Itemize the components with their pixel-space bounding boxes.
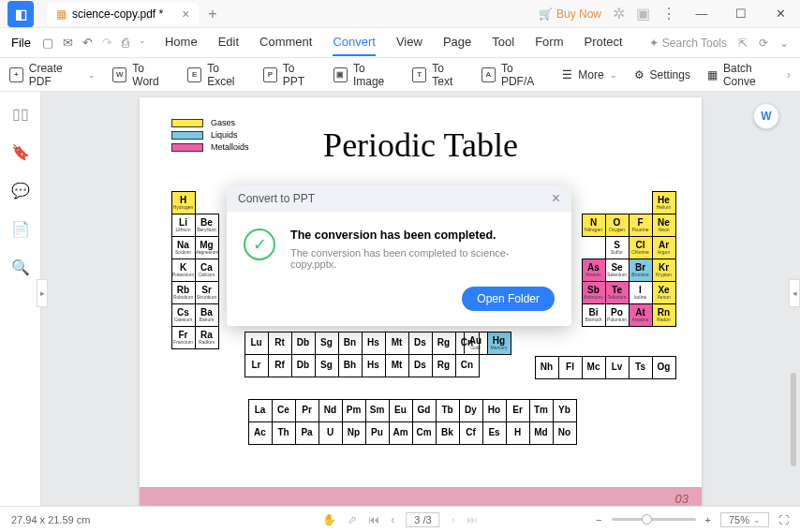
element-cell: Am [389,421,413,445]
redo-icon[interactable]: ↷ [102,36,112,50]
to-pdfa-button[interactable]: ATo PDF/A [481,62,545,88]
next-page-button[interactable]: › [452,513,455,526]
gift-icon[interactable]: ✲ [613,5,625,22]
settings-button[interactable]: ⚙Settings [634,68,690,81]
tab-view[interactable]: View [396,29,422,56]
undo-icon[interactable]: ↶ [82,36,93,50]
new-tab-button[interactable]: + [208,6,216,22]
element-cell: Sm [365,399,390,422]
element-cell: HgMercury [487,332,511,355]
zoom-out-button[interactable]: − [596,514,601,525]
dialog-title: Convert to PPT [238,192,315,205]
titlebar: ◧ ▦ science-copy.pdf * × + 🛒 Buy Now ✲ ▣… [0,0,800,28]
tab-edit[interactable]: Edit [218,29,239,56]
tab-page[interactable]: Page [443,29,471,56]
element-cell: AsArsenic [582,259,606,282]
kebab-icon[interactable]: ⋮ [661,5,676,22]
zoom-level[interactable]: 75%⌄ [720,512,769,527]
to-ppt-button[interactable]: PTo PPT [263,62,317,88]
search-tools[interactable]: ✦ Search Tools [649,37,727,50]
element-cell: Np [342,421,366,445]
menu-caret-icon[interactable]: ⌄ [779,37,789,50]
element-cell: Nd [319,399,343,422]
vertical-scrollbar[interactable] [791,373,796,466]
page-indicator[interactable]: 3 /3 [406,512,439,527]
element-cell: AtAstatine [629,303,653,327]
collapse-right-button[interactable]: ◂ [789,279,800,307]
file-menu[interactable]: File [11,36,31,50]
pt-right-block: HeHeliumNNitrogenOOxygenFFluorineNeNeonS… [581,191,675,326]
zoom-slider[interactable] [612,518,696,521]
search-icon[interactable]: 🔍 [11,259,30,276]
last-page-button[interactable]: ⏭ [467,513,478,526]
to-excel-button[interactable]: ETo Excel [187,62,246,88]
bookmark-icon[interactable]: 🔖 [11,143,30,161]
element-cell: Rt [268,332,292,355]
element-cell: AuGold [464,332,488,355]
element-cell: Tb [436,399,460,422]
more-button[interactable]: ☰More⌄ [562,68,616,81]
share-icon[interactable]: ⇱ [738,37,748,50]
print-icon[interactable]: ⎙ [122,36,129,50]
tab-comment[interactable]: Comment [259,29,312,56]
prev-page-button[interactable]: ‹ [391,513,394,526]
to-image-button[interactable]: ▣To Image [333,62,395,88]
element-cell: Th [272,421,296,445]
ql-caret-icon[interactable]: ⌄ [139,36,146,50]
element-cell: KrKrypton [652,259,676,282]
mail-icon[interactable]: ✉ [63,36,73,50]
close-tab-icon[interactable]: × [182,7,189,22]
element-cell: SeSelenium [605,259,630,282]
element-cell: Og [652,356,676,379]
tab-tool[interactable]: Tool [492,29,514,56]
close-window-button[interactable]: ✕ [766,0,794,28]
element-cell: KPotassium [171,259,196,282]
select-tool-icon[interactable]: ⬀ [348,513,357,526]
element-cell: Dy [459,399,483,422]
gear-icon: ⚙ [634,68,644,81]
element-cell: TeTellurium [605,281,630,304]
pdf-icon: ▦ [56,7,67,21]
element-cell: RbRubidium [171,281,196,304]
element-cell: Rg [432,332,456,355]
batch-convert-button[interactable]: ▦Batch Conve› [707,62,791,88]
create-pdf-button[interactable]: +Create PDF⌄ [9,62,96,88]
buy-now-link[interactable]: 🛒 Buy Now [539,7,601,21]
element-cell: Mc [582,356,606,379]
hand-tool-icon[interactable]: ✋ [322,513,336,526]
element-cell: Ds [408,332,433,355]
dialog-close-button[interactable]: × [552,190,560,207]
sync-icon[interactable]: ⟳ [759,37,768,50]
tab-protect[interactable]: Protect [584,29,622,56]
save-icon[interactable]: ▢ [42,36,53,50]
first-page-button[interactable]: ⏮ [368,513,379,526]
element-cell: Yb [553,399,577,422]
thumbnails-icon[interactable]: ▯▯ [12,105,29,123]
tab-convert[interactable]: Convert [333,29,376,56]
element-cell: SrStrontium [195,281,219,304]
element-cell: BrBromine [629,259,653,282]
maximize-button[interactable]: ☐ [727,0,755,28]
to-text-button[interactable]: TTo Text [412,62,465,88]
page-footer-bar: 03 [140,487,702,506]
element-cell: HeHelium [652,191,676,214]
tab-home[interactable]: Home [165,29,198,56]
to-word-button[interactable]: WTo Word [112,62,170,88]
zoom-in-button[interactable]: + [705,514,711,525]
element-cell: La [248,399,273,422]
tab-form[interactable]: Form [535,29,563,56]
legend-item: Liquids [171,130,249,140]
word-float-button[interactable]: W [753,103,779,129]
comment-icon[interactable]: 💬 [11,182,30,200]
document-tab[interactable]: ▦ science-copy.pdf * × [47,3,199,25]
open-folder-button[interactable]: Open Folder [462,287,555,311]
menu-tabs: HomeEditCommentConvertViewPageToolFormPr… [165,29,623,56]
element-cell: NeNeon [652,214,676,237]
attachment-icon[interactable]: 📄 [11,220,30,238]
element-cell: BaBarium [195,303,219,327]
minimize-button[interactable]: — [688,0,716,28]
element-cell: BeBeryllium [195,214,219,237]
fit-page-icon[interactable]: ⛶ [778,514,789,525]
cloud-icon[interactable]: ▣ [636,5,650,22]
dialog-titlebar[interactable]: Convert to PPT × [227,185,571,212]
